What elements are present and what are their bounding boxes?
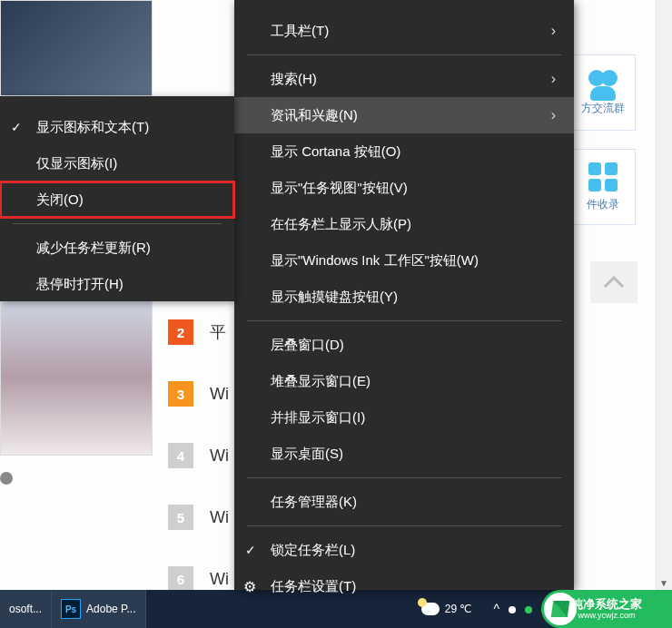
scrollbar-down-arrow-icon[interactable]: ▼ — [659, 578, 668, 588]
menu-item-label: 并排显示窗口(I) — [271, 409, 365, 427]
menu-separator — [247, 320, 561, 321]
list-item-label: 平 — [210, 321, 226, 343]
menu-item-show-ink[interactable]: 显示"Windows Ink 工作区"按钮(W) — [234, 242, 574, 279]
list-item-label: Wi — [210, 385, 229, 404]
thumbnail-image-bottom — [0, 299, 153, 456]
qq-group-card[interactable]: 方交流群 — [570, 54, 636, 131]
menu-item-taskmgr[interactable]: 任务管理器(K) — [234, 484, 574, 520]
menu-item-cascade[interactable]: 层叠窗口(D) — [234, 327, 574, 363]
menu-item-search[interactable]: 搜索(H) › — [234, 61, 574, 97]
scroll-to-top-button[interactable] — [590, 261, 637, 303]
menu-item-taskbar-settings[interactable]: ⚙ 任务栏设置(T) — [234, 568, 574, 604]
weather-cloud-sun-icon — [421, 603, 440, 615]
menu-item-label: 显示"Windows Ink 工作区"按钮(W) — [271, 252, 479, 270]
menu-separator — [247, 477, 561, 478]
taskbar-app-photoshop[interactable]: Ps Adobe P... — [52, 590, 146, 628]
menu-item-lock-taskbar[interactable]: ✓ 锁定任务栏(L) — [234, 532, 574, 568]
site-watermark-badge: 纯净系统之家 www.ycwjz.com — [541, 590, 672, 628]
rank-badge: 3 — [168, 381, 193, 407]
submenu-item-label: 减少任务栏更新(R) — [36, 240, 151, 257]
menu-item-label: 工具栏(T) — [271, 23, 329, 40]
menu-item-sidebyside[interactable]: 并排显示窗口(I) — [234, 399, 574, 436]
chevron-right-icon: › — [551, 71, 556, 87]
submenu-item-open-on-hover[interactable]: 悬停时打开(H) — [0, 266, 234, 302]
submenu-item-turn-off[interactable]: 关闭(O) — [0, 182, 234, 218]
menu-item-show-cortana[interactable]: 显示 Cortana 按钮(O) — [234, 133, 574, 170]
menu-item-toolbars[interactable]: 工具栏(T) › — [234, 13, 574, 49]
side-card-column: 方交流群 件收录 — [570, 54, 636, 243]
photoshop-icon: Ps — [61, 599, 81, 619]
taskbar-app-edge[interactable]: osoft... — [0, 590, 52, 628]
news-interests-submenu: ✓ 显示图标和文本(T) 仅显示图标(I) 关闭(O) 减少任务栏更新(R) 悬… — [0, 96, 234, 301]
menu-item-show-desktop[interactable]: 显示桌面(S) — [234, 436, 574, 472]
menu-item-label: 堆叠显示窗口(E) — [271, 373, 371, 390]
submenu-item-icon-and-text[interactable]: ✓ 显示图标和文本(T) — [0, 109, 234, 145]
menu-item-show-touchkb[interactable]: 显示触摸键盘按钮(Y) — [234, 279, 574, 315]
list-item-label: Wi — [210, 508, 229, 527]
menu-item-label: 显示 Cortana 按钮(O) — [271, 143, 400, 161]
grid-icon — [588, 162, 618, 191]
submenu-separator — [13, 223, 222, 224]
menu-item-label: 任务栏设置(T) — [271, 578, 356, 595]
menu-item-stack[interactable]: 堆叠显示窗口(E) — [234, 363, 574, 399]
menu-item-label: 在任务栏上显示人脉(P) — [271, 216, 411, 233]
menu-item-label: 锁定任务栏(L) — [271, 542, 355, 559]
submenu-item-label: 仅显示图标(I) — [36, 155, 117, 172]
menu-item-label: 显示桌面(S) — [271, 446, 343, 463]
menu-item-label: 层叠窗口(D) — [271, 337, 344, 354]
card-label: 方交流群 — [581, 101, 625, 116]
watermark-url: www.ycwjz.com — [578, 612, 635, 620]
watermark-title: 纯净系统之家 — [571, 598, 642, 610]
taskbar-weather-widget[interactable]: 29 ℃ — [409, 603, 485, 615]
submenu-item-icon-only[interactable]: 仅显示图标(I) — [0, 145, 234, 182]
menu-item-label: 显示触摸键盘按钮(Y) — [271, 289, 398, 306]
software-collection-card[interactable]: 件收录 — [570, 149, 636, 225]
app-label-partial: osoft... — [9, 603, 42, 615]
menu-item-show-people[interactable]: 在任务栏上显示人脉(P) — [234, 206, 574, 242]
menu-item-show-taskview[interactable]: 显示"任务视图"按钮(V) — [234, 170, 574, 206]
rank-badge: 2 — [168, 319, 193, 345]
menu-item-label: 任务管理器(K) — [271, 494, 357, 511]
thumbnail-image-top — [0, 0, 153, 96]
submenu-item-label: 关闭(O) — [36, 191, 84, 209]
card-label: 件收录 — [587, 197, 619, 212]
rank-badge: 4 — [168, 443, 193, 468]
gear-icon: ⚙ — [243, 578, 256, 595]
menu-item-label: 资讯和兴趣(N) — [271, 107, 358, 124]
thumbnail-round-small — [0, 472, 13, 485]
chevron-up-icon — [603, 276, 625, 289]
weather-temperature: 29 ℃ — [445, 603, 472, 615]
app-label: Adobe P... — [86, 603, 136, 615]
submenu-item-label: 显示图标和文本(T) — [36, 119, 149, 136]
friends-icon — [588, 70, 618, 95]
menu-item-news-interests[interactable]: 资讯和兴趣(N) › — [234, 97, 574, 133]
rank-badge: 5 — [168, 505, 193, 530]
rank-badge: 6 — [168, 566, 193, 592]
checkmark-icon: ✓ — [11, 120, 22, 134]
vertical-scrollbar[interactable]: ▼ — [656, 0, 672, 590]
list-item-label: Wi — [210, 446, 229, 466]
taskbar-context-menu: 工具栏(T) › 搜索(H) › 资讯和兴趣(N) › 显示 Cortana 按… — [234, 0, 574, 590]
menu-separator — [247, 54, 561, 55]
watermark-logo-icon — [544, 593, 577, 625]
submenu-item-label: 悬停时打开(H) — [36, 276, 124, 293]
menu-separator — [247, 525, 561, 526]
chevron-right-icon: › — [551, 23, 556, 39]
submenu-item-reduce-updates[interactable]: 减少任务栏更新(R) — [0, 230, 234, 266]
checkmark-icon: ✓ — [245, 543, 256, 557]
menu-item-label: 搜索(H) — [271, 71, 317, 88]
menu-item-label: 显示"任务视图"按钮(V) — [271, 180, 408, 197]
chevron-right-icon: › — [551, 107, 556, 123]
list-item-label: Wi — [210, 570, 229, 589]
